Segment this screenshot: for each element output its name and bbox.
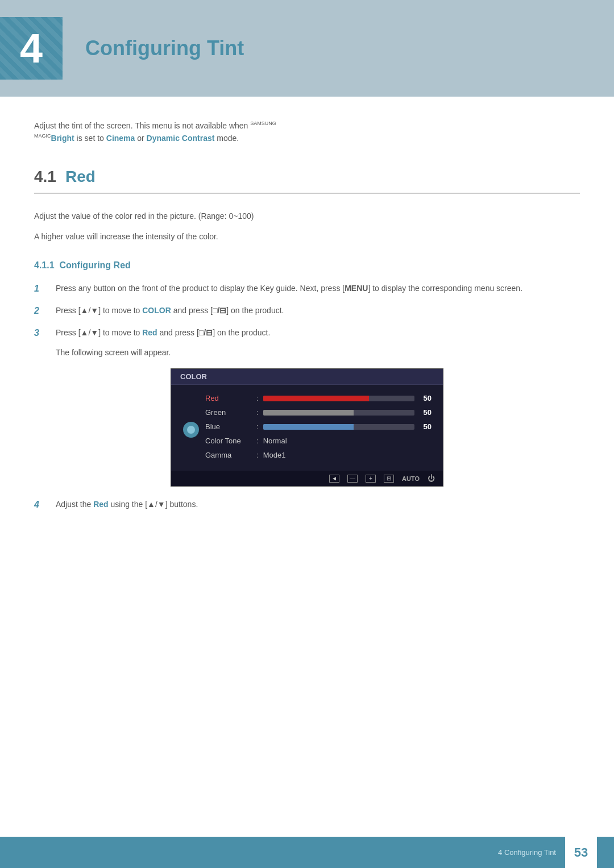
color-tone-value: Normal (263, 437, 287, 445)
btn-minus: — (347, 475, 358, 483)
menu-item-gamma: Gamma : Mode1 (205, 451, 432, 459)
step-2: 2 Press [▲/▼] to move to COLOR and press… (34, 304, 580, 318)
chapter-number: 4 (20, 25, 43, 72)
btn-enter: ⊟ (384, 475, 394, 483)
section-411-label: Configuring Red (59, 260, 130, 270)
red-label: Red (205, 394, 256, 402)
step-3-number: 3 (34, 326, 51, 340)
btn-auto: AUTO (402, 475, 420, 482)
section-411-title: 4.1.1 Configuring Red (34, 260, 580, 271)
blue-colon: : (256, 422, 259, 431)
intro-paragraph: Adjust the tint of the screen. This menu… (34, 119, 580, 145)
menu-item-blue: Blue : 50 (205, 422, 432, 431)
step-2-number: 2 (34, 304, 51, 318)
step-3-sub: The following screen will appear. (56, 348, 580, 357)
footer-page-number: 53 (565, 837, 597, 868)
menu-item-green: Green : 50 (205, 408, 432, 417)
green-bar-container: 50 (263, 408, 432, 417)
enter-icon: ⊟ (384, 475, 394, 483)
green-bar-track (263, 410, 414, 416)
step-1-content: Press any button on the front of the pro… (56, 282, 580, 294)
step-1-number: 1 (34, 281, 51, 296)
menu-icon (183, 422, 199, 438)
section-41-number: 4.1 (34, 168, 56, 185)
blue-bar-track (263, 424, 414, 430)
section-41-title: 4.1Red (34, 168, 580, 194)
section-41-body2: A higher value will increase the intensi… (34, 230, 580, 244)
color-tone-colon: : (256, 437, 259, 445)
dynamic-contrast-label: Dynamic Contrast (147, 134, 215, 143)
blue-bar-container: 50 (263, 422, 432, 431)
intro-text-before: Adjust the tint of the screen. This menu… (34, 121, 250, 130)
cinema-label: Cinema (106, 134, 135, 143)
blue-label: Blue (205, 422, 256, 431)
menu-sidebar-icon (182, 394, 200, 465)
gamma-value: Mode1 (263, 451, 286, 459)
blue-value: 50 (418, 422, 432, 431)
menu-icon-inner (187, 426, 195, 434)
red-highlight-4: Red (93, 500, 108, 509)
section-41-label: Red (65, 168, 96, 185)
red-value: 50 (418, 394, 432, 402)
plus-icon: + (366, 475, 376, 483)
gamma-label: Gamma (205, 451, 256, 459)
section-411-number: 4.1.1 (34, 260, 55, 270)
enter-key-3: □/⊟ (199, 328, 213, 337)
chapter-number-box: 4 (0, 17, 63, 80)
green-bar-fill (263, 410, 354, 416)
minus-icon: — (347, 475, 358, 483)
red-colon: : (256, 394, 259, 402)
section-41-body1: Adjust the value of the color red in the… (34, 210, 580, 223)
color-tone-label: Color Tone (205, 437, 256, 445)
step-1: 1 Press any button on the front of the p… (34, 282, 580, 296)
left-icon: ◄ (329, 475, 339, 483)
red-bar-fill (263, 396, 369, 401)
step-3-content: Press [▲/▼] to move to Red and press [□/… (56, 326, 580, 339)
btn-left: ◄ (329, 475, 339, 483)
menu-item-color-tone: Color Tone : Normal (205, 437, 432, 445)
red-bar-track (263, 396, 414, 401)
page-content: Adjust the tint of the screen. This menu… (0, 97, 614, 586)
green-colon: : (256, 408, 259, 417)
enter-key-2: □/⊟ (213, 306, 226, 315)
intro-mode: mode. (214, 134, 239, 143)
color-highlight: COLOR (142, 306, 171, 315)
page-footer: 4 Configuring Tint 53 (0, 837, 614, 868)
intro-text-set: is set to (74, 134, 106, 143)
step-3: 3 Press [▲/▼] to move to Red and press [… (34, 326, 580, 340)
green-label: Green (205, 408, 256, 417)
footer-chapter-label: 4 Configuring Tint (498, 848, 556, 857)
menu-key: MENU (345, 284, 368, 293)
screenshot-bottom-bar: ◄ — + ⊟ AUTO ⏻ (171, 471, 443, 486)
step-4: 4 Adjust the Red using the [▲/▼] buttons… (34, 498, 580, 512)
menu-item-red: Red : 50 (205, 394, 432, 402)
menu-items-list: Red : 50 Gre (205, 394, 432, 465)
chapter-title: Configuring Tint (85, 36, 244, 60)
intro-or: or (135, 134, 146, 143)
steps-list: 1 Press any button on the front of the p… (34, 282, 580, 512)
gamma-colon: : (256, 451, 259, 459)
section-411: 4.1.1 Configuring Red 1 Press any button… (34, 260, 580, 512)
red-bar-container: 50 (263, 394, 432, 402)
step-4-content: Adjust the Red using the [▲/▼] buttons. (56, 498, 580, 510)
chapter-header: 4 Configuring Tint (0, 0, 614, 97)
green-value: 50 (418, 408, 432, 417)
step-2-content: Press [▲/▼] to move to COLOR and press [… (56, 304, 580, 317)
btn-power-icon: ⏻ (428, 474, 435, 483)
screenshot-title: COLOR (171, 369, 443, 385)
color-menu-screenshot: COLOR Red : (171, 368, 443, 487)
blue-bar-fill (263, 424, 354, 430)
red-highlight: Red (142, 328, 157, 337)
section-41: 4.1Red Adjust the value of the color red… (34, 168, 580, 512)
bright-label: Bright (51, 134, 74, 143)
screenshot-body: Red : 50 Gre (171, 385, 443, 471)
step-4-number: 4 (34, 497, 51, 512)
btn-plus: + (366, 475, 376, 483)
